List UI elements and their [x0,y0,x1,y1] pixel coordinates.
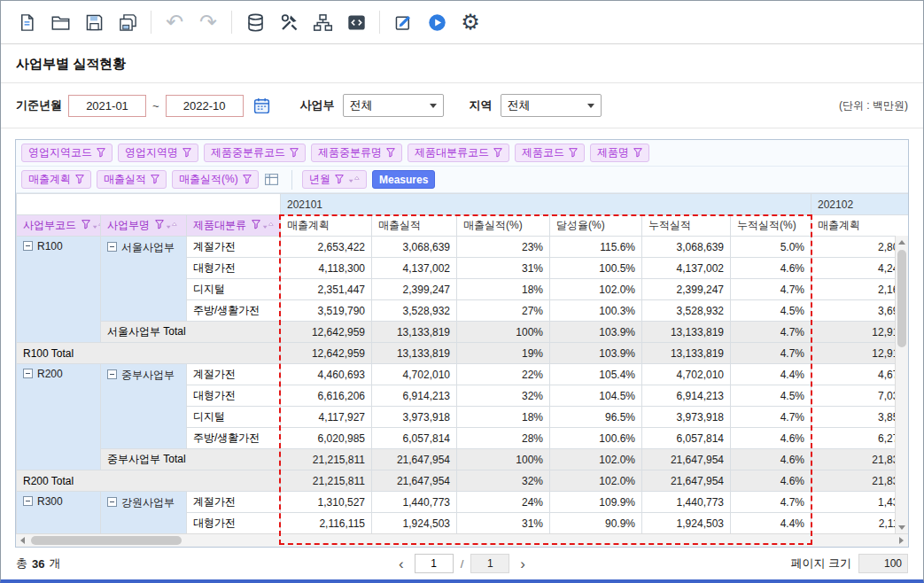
settings-button[interactable]: ⚙ [454,6,487,38]
filter-icon[interactable] [252,220,260,229]
division-name-cell[interactable]: 강원사업부 [101,492,187,534]
vertical-scroll-thumb[interactable] [897,250,906,347]
new-file-button[interactable] [10,6,43,38]
field-chip[interactable]: 매출실적 [97,170,167,189]
calendar-button[interactable] [250,93,275,118]
collapse-icon[interactable] [107,242,117,252]
category-cell[interactable]: 주방/생활가전 [187,428,281,449]
sort-icon[interactable] [348,175,360,183]
edit-button[interactable] [386,6,420,38]
filter-icon[interactable] [493,148,502,158]
field-chip[interactable]: 매출실적(%) [172,170,259,189]
category-cell[interactable]: 대형가전 [187,258,281,279]
field-chip[interactable]: 제품중분류명 [311,144,402,162]
collapse-icon[interactable] [23,241,33,251]
field-chip[interactable]: 제품명 [590,144,649,162]
page-size-input[interactable] [858,554,908,573]
column-field-chip[interactable]: 년월 [302,170,367,189]
measures-chip[interactable]: Measures [372,170,435,189]
period-from-input[interactable] [68,95,146,117]
division-name-cell[interactable]: 중부사업부 [101,364,187,449]
filter-icon[interactable] [155,220,164,229]
horizontal-scrollbar[interactable] [16,533,908,547]
next-page-button[interactable]: › [516,556,529,571]
row-header-column[interactable]: 사업부코드 [17,215,101,237]
scroll-up-arrow[interactable] [896,236,908,248]
undo-button[interactable]: ↶ [158,6,191,38]
field-chip[interactable]: 영업지역명 [118,144,198,162]
code-button[interactable] [339,6,373,38]
measure-header[interactable]: 매출계획 [281,215,372,237]
category-cell[interactable]: 계절가전 [187,237,281,258]
open-folder-button[interactable] [43,6,77,38]
current-page-input[interactable] [415,554,454,573]
value-cell: 4.6% [731,258,811,279]
field-chip[interactable]: 영업지역코드 [21,144,113,162]
filter-icon[interactable] [82,220,90,229]
measure-header[interactable]: 달성율(%) [550,215,642,237]
filter-icon[interactable] [151,175,159,184]
vertical-scrollbar[interactable] [895,236,908,533]
filter-icon[interactable] [75,175,84,184]
column-group-header[interactable]: 202101 [281,194,811,215]
column-group-header[interactable]: 202102 [811,194,908,215]
category-cell[interactable]: 주방/생활가전 [187,300,281,322]
field-chip[interactable]: 제품대분류코드 [408,144,509,162]
field-chip[interactable]: 제품코드 [515,144,585,162]
scroll-down-arrow[interactable] [896,521,908,533]
tools-button[interactable] [272,6,306,38]
category-cell[interactable]: 계절가전 [187,492,281,513]
measure-header[interactable]: 누적실적(%) [731,215,811,237]
collapse-icon[interactable] [107,497,117,507]
filter-icon[interactable] [97,148,105,158]
division-code-cell[interactable]: R200 [17,364,101,470]
pagination: ‹ / 1 › [229,554,695,573]
field-chip[interactable]: 매출계획 [21,170,91,189]
database-button[interactable] [238,6,272,38]
region-select[interactable]: 전체 [501,94,602,117]
period-to-input[interactable] [166,95,244,117]
division-name-cell[interactable]: 서울사업부 [101,237,187,322]
run-button[interactable] [420,6,454,38]
category-cell[interactable]: 대형가전 [187,513,281,534]
measure-header[interactable]: 매출실적(%) [457,215,550,237]
sitemap-button[interactable] [306,6,339,38]
division-code-cell[interactable]: R100 [17,237,101,343]
filter-icon[interactable] [569,148,578,158]
category-cell[interactable]: 대형가전 [187,385,281,407]
division-code-cell[interactable]: R300 [17,492,101,534]
collapse-icon[interactable] [107,369,117,379]
filter-icon[interactable] [243,175,252,184]
scroll-right-arrow[interactable] [895,534,908,547]
sort-icon[interactable] [92,222,101,229]
filter-icon[interactable] [335,175,344,184]
redo-button[interactable]: ↷ [191,6,225,38]
row-header-column[interactable]: 사업부명 [101,215,187,237]
layout-toggle-button[interactable] [260,169,282,190]
field-chip[interactable]: 제품중분류코드 [204,144,306,162]
collapse-icon[interactable] [23,369,33,378]
collapse-icon[interactable] [23,496,33,506]
sort-icon[interactable] [262,222,274,229]
category-cell[interactable]: 디지털 [187,407,281,428]
filter-icon[interactable] [386,148,395,158]
measure-header[interactable]: 매출계획 [811,215,908,237]
save-button[interactable] [77,6,111,38]
filter-icon[interactable] [633,148,642,158]
prev-page-button[interactable]: ‹ [395,556,408,571]
filter-icon[interactable] [290,148,299,158]
row-header-column[interactable]: 제품대분류 [187,215,281,237]
region-select-value: 전체 [508,97,531,113]
horizontal-scroll-thumb[interactable] [31,536,182,545]
measure-header[interactable]: 매출실적 [372,215,457,237]
save-all-button[interactable] [111,6,144,38]
sort-icon[interactable] [166,222,177,229]
measure-header[interactable]: 누적실적 [642,215,731,237]
value-cell: 22% [457,364,550,385]
filter-icon[interactable] [182,148,191,158]
division-select[interactable]: 전체 [343,94,444,117]
category-cell[interactable]: 디지털 [187,279,281,300]
value-cell: 4.7% [731,279,811,300]
scroll-left-arrow[interactable] [16,534,29,547]
category-cell[interactable]: 계절가전 [187,364,281,385]
